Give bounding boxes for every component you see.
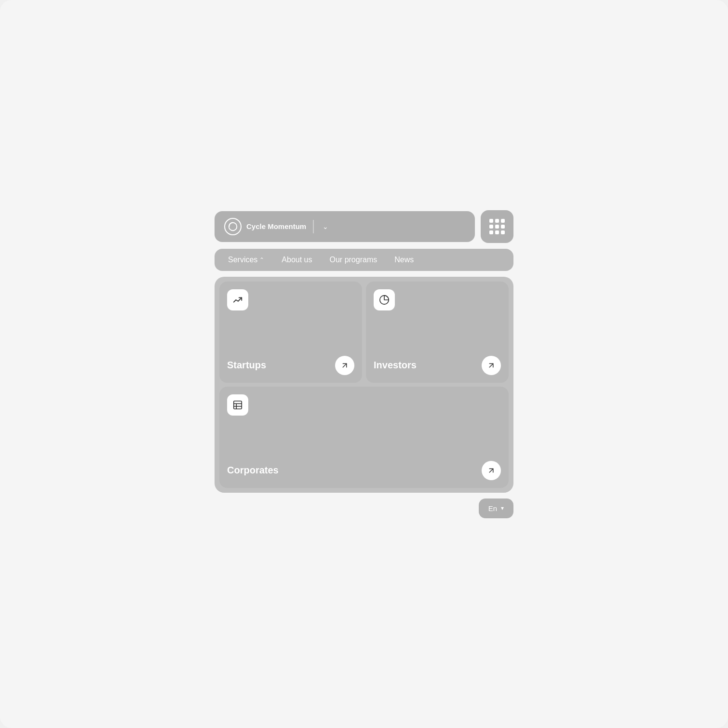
card-corporates[interactable]: Corporates: [219, 387, 509, 488]
nav-label-about: About us: [282, 256, 312, 264]
investors-card-bottom: Investors: [374, 356, 501, 375]
grid-dot: [501, 219, 505, 223]
grid-dots-icon: [489, 219, 505, 234]
cards-container: Startups: [215, 277, 513, 493]
svg-line-8: [489, 469, 493, 472]
startups-icon-box: [227, 289, 248, 310]
grid-dot: [489, 225, 493, 229]
investors-arrow-button[interactable]: [482, 356, 501, 375]
nav-item-about[interactable]: About us: [282, 256, 312, 264]
trend-up-icon: [232, 295, 243, 305]
startups-arrow-icon: [340, 361, 349, 370]
nav-item-news[interactable]: News: [394, 256, 414, 264]
nav-item-services[interactable]: Services ⌃: [228, 256, 264, 264]
nav-label-news: News: [394, 256, 414, 264]
logo-divider: [313, 220, 314, 233]
table-icon: [232, 400, 243, 410]
startups-arrow-button[interactable]: [335, 356, 354, 375]
nav-caret-services: ⌃: [259, 256, 264, 263]
nav-bar: Services ⌃ About us Our programs News: [215, 249, 513, 271]
grid-dot: [495, 230, 499, 234]
logo-icon: [224, 218, 242, 235]
language-text: En: [488, 504, 497, 512]
nav-label-programs: Our programs: [330, 256, 377, 264]
corporates-arrow-button[interactable]: [482, 461, 501, 480]
grid-dot: [495, 219, 499, 223]
language-selector[interactable]: En ▾: [479, 499, 513, 518]
language-row: En ▾: [215, 499, 513, 518]
grid-dot: [489, 230, 493, 234]
logo-pill[interactable]: Cycle Momentum ⌄: [215, 211, 475, 242]
corporates-label: Corporates: [227, 465, 279, 476]
nav-item-programs[interactable]: Our programs: [330, 256, 377, 264]
grid-dot: [489, 219, 493, 223]
card-startups[interactable]: Startups: [219, 282, 362, 383]
language-chevron-icon: ▾: [501, 505, 504, 512]
corporates-arrow-icon: [487, 466, 496, 475]
grid-dot: [501, 225, 505, 229]
startups-label: Startups: [227, 360, 266, 371]
startups-card-bottom: Startups: [227, 356, 354, 375]
grid-dot: [501, 230, 505, 234]
ui-wrapper: Cycle Momentum ⌄: [215, 210, 513, 518]
logo-chevron-icon: ⌄: [323, 223, 328, 230]
corporates-icon-box: [227, 394, 248, 416]
investors-label: Investors: [374, 360, 417, 371]
logo-text: Cycle Momentum: [246, 222, 306, 231]
pie-chart-icon: [379, 295, 390, 305]
svg-line-1: [343, 364, 347, 367]
nav-label-services: Services: [228, 256, 257, 264]
investors-arrow-icon: [487, 361, 496, 370]
corporates-card-bottom: Corporates: [227, 461, 501, 480]
page-background: Cycle Momentum ⌄: [0, 0, 728, 728]
grid-dot: [495, 225, 499, 229]
investors-icon-box: [374, 289, 395, 310]
card-investors[interactable]: Investors: [366, 282, 509, 383]
header-row: Cycle Momentum ⌄: [215, 210, 513, 243]
grid-menu-button[interactable]: [481, 210, 513, 243]
svg-line-3: [489, 364, 493, 367]
svg-rect-4: [234, 401, 242, 409]
